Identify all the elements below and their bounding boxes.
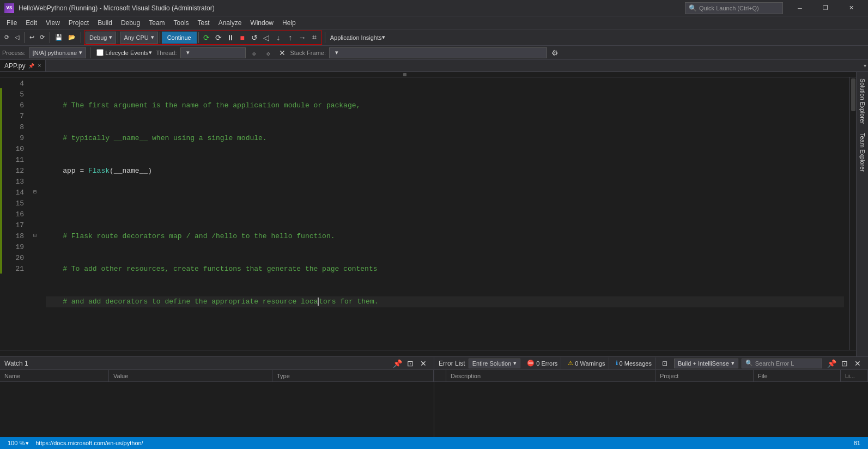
menu-team[interactable]: Team (144, 16, 169, 29)
menu-test[interactable]: Test (193, 16, 214, 29)
error-filter-dropdown[interactable]: Entire Solution ▾ (469, 359, 521, 368)
error-panel-btn[interactable]: ⊡ (659, 357, 671, 369)
thread-dropdown[interactable]: ▾ (180, 47, 246, 58)
watch-col-name: Name (0, 370, 109, 381)
app-insights-btn[interactable]: Application Insights ▾ (328, 32, 387, 44)
status-line-col[interactable]: 81 (851, 440, 864, 446)
open-btn[interactable]: 📂 (66, 32, 78, 44)
code-line-10: # and add decorators to define the appro… (46, 296, 844, 307)
menu-build[interactable]: Build (93, 16, 117, 29)
team-explorer-tab[interactable]: Team Explorer (858, 129, 867, 176)
lifecycle-checkbox[interactable] (96, 49, 104, 56)
code-content[interactable]: # The first argument is the name of the … (40, 77, 849, 350)
warnings-badge[interactable]: ⚠ 0 Warnings (564, 357, 609, 369)
menu-file[interactable]: File (2, 16, 21, 29)
editor-tab-app-py[interactable]: APP.py 📌 × (0, 59, 46, 71)
vertical-scrollbar[interactable] (849, 77, 856, 350)
restart2-btn[interactable]: ↺ (248, 32, 260, 44)
menu-tools[interactable]: Tools (169, 16, 193, 29)
undo-btn[interactable]: ↩ (27, 32, 37, 44)
watch-pin-btn[interactable]: 📌 (391, 357, 403, 369)
restore-button[interactable]: ❐ (813, 0, 838, 16)
errors-badge[interactable]: ⛔ 0 Errors (524, 357, 561, 369)
watch-close-btn[interactable]: ✕ (417, 357, 429, 369)
error-float-btn[interactable]: ⊡ (839, 357, 851, 369)
line-numbers: 4 5 6 7 8 9 10 11 12 13 14 15 16 17 18 1… (2, 77, 29, 350)
status-url[interactable]: https://docs.microsoft.com/en-us/python/ (32, 437, 146, 449)
step-over-btn[interactable]: ⟳ (213, 32, 224, 44)
settings-icon-btn[interactable]: ⚙ (549, 47, 561, 59)
stack-frame-dropdown[interactable]: ▾ (329, 47, 547, 58)
warnings-count: 0 Warnings (575, 360, 605, 367)
quick-launch-label: Quick Launch (Ctrl+Q) (699, 5, 759, 11)
gutter-item (29, 263, 40, 274)
watch-float-btn[interactable]: ⊡ (404, 357, 416, 369)
pause-btn[interactable]: ⏸ (224, 32, 236, 44)
error-panel: Error List Entire Solution ▾ ⛔ 0 Errors … (434, 357, 868, 438)
error-header-controls: 📌 ⊡ ✕ (825, 357, 864, 369)
step-out-btn[interactable]: ↑ (284, 32, 296, 44)
save-btn[interactable]: 💾 (53, 32, 65, 44)
new-project-btn[interactable]: ⟳ (2, 32, 11, 44)
menu-view[interactable]: View (41, 16, 64, 29)
menu-help[interactable]: Help (278, 16, 300, 29)
solution-explorer-tab[interactable]: Solution Explorer (858, 74, 867, 129)
menu-edit[interactable]: Edit (21, 16, 41, 29)
watch-header-controls: 📌 ⊡ ✕ (391, 357, 429, 369)
cpu-dropdown[interactable]: Any CPU ▾ (120, 32, 157, 44)
scrollbar-thumb[interactable] (851, 78, 855, 111)
menu-bar: File Edit View Project Build Debug Team … (0, 16, 868, 29)
gutter-item (29, 241, 40, 252)
thread-icon-btn3[interactable]: ✕ (276, 47, 288, 59)
errors-count: 0 Errors (536, 360, 557, 367)
menu-project[interactable]: Project (64, 16, 93, 29)
collapse-icon[interactable]: ⊟ (29, 230, 40, 241)
chevron-down-icon: ▾ (26, 440, 29, 447)
back-btn[interactable]: ◁ (13, 32, 21, 44)
gutter-item (29, 197, 40, 208)
error-close-btn[interactable]: ✕ (852, 357, 864, 369)
menu-debug[interactable]: Debug (117, 16, 144, 29)
step-back-btn[interactable]: ◁ (260, 32, 272, 44)
chevron-down-icon: ▾ (79, 49, 82, 56)
thread-icon-btn2[interactable]: ⬦ (262, 47, 274, 59)
code-line-9: # To add other resources, create functio… (46, 264, 844, 275)
code-line-6: app = Flask(__name__) (46, 166, 844, 177)
pin-icon[interactable]: 📌 (28, 63, 34, 69)
error-search-box[interactable]: 🔍 Search Error L (742, 359, 822, 368)
stack-frame-label: Stack Frame: (290, 50, 326, 56)
redo-btn[interactable]: ⟳ (38, 32, 47, 44)
debug-config-dropdown[interactable]: Debug ▾ (86, 32, 116, 44)
collapse-icon[interactable]: ⊟ (29, 186, 40, 197)
stop-btn[interactable]: ■ (236, 32, 248, 44)
quick-launch-box[interactable]: 🔍 Quick Launch (Ctrl+Q) (685, 2, 783, 14)
step-into-btn[interactable]: ↓ (272, 32, 284, 44)
thread-icon-btn1[interactable]: ⬦ (248, 47, 260, 59)
tab-scroll-btn[interactable]: ▾ (861, 59, 868, 71)
editor-area[interactable]: 4 5 6 7 8 9 10 11 12 13 14 15 16 17 18 1… (0, 72, 856, 356)
build-intellisense-dropdown[interactable]: Build + IntelliSense ▾ (674, 359, 738, 368)
toolbar: ⟳ ◁ ↩ ⟳ 💾 📂 Debug ▾ Any CPU ▾ Continue ⟳… (0, 29, 868, 46)
close-button[interactable]: ✕ (839, 0, 864, 16)
menu-analyze[interactable]: Analyze (214, 16, 246, 29)
minimize-button[interactable]: ─ (787, 0, 812, 16)
messages-badge[interactable]: ℹ 0 Messages (612, 357, 655, 369)
right-side-panel: Solution Explorer Team Explorer (856, 72, 868, 356)
restart-btn[interactable]: ⟳ (201, 32, 213, 44)
process-dropdown[interactable]: [N/A] python.exe ▾ (29, 47, 86, 58)
lifecycle-btn[interactable]: Lifecycle Events ▾ (94, 47, 154, 59)
gutter-item (29, 88, 40, 99)
tab-close-btn[interactable]: × (38, 63, 41, 69)
chevron-down-icon: ▾ (513, 360, 517, 367)
run-cursor-btn[interactable]: → (296, 32, 308, 44)
horizontal-scrollbar[interactable] (0, 350, 856, 356)
error-col-check (434, 370, 446, 381)
error-icon: ⛔ (527, 360, 535, 367)
error-pin-btn[interactable]: 📌 (825, 357, 837, 369)
process-bar: Process: [N/A] python.exe ▾ Lifecycle Ev… (0, 46, 868, 60)
continue-button[interactable]: Continue (162, 32, 197, 44)
show-next-stmt-btn[interactable]: ⌗ (308, 32, 320, 44)
messages-count: 0 Messages (620, 360, 652, 367)
menu-window[interactable]: Window (246, 16, 278, 29)
zoom-level[interactable]: 100 % ▾ (4, 437, 32, 449)
